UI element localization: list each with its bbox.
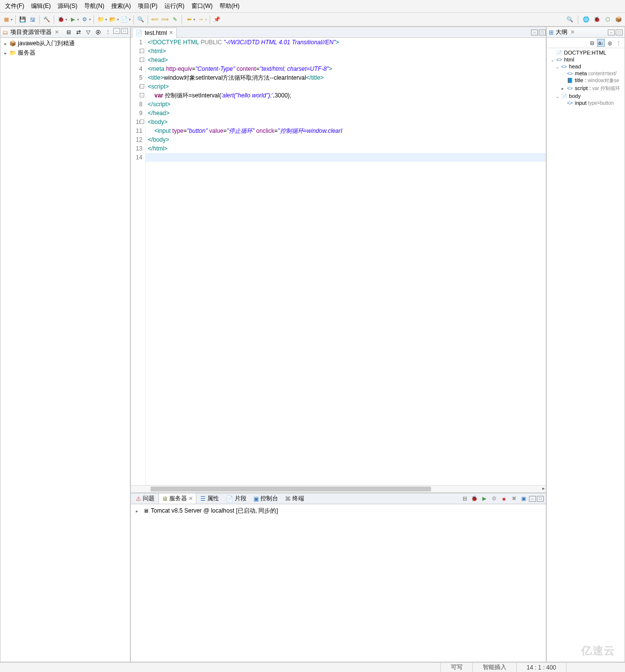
save-button[interactable]: 💾: [18, 15, 27, 24]
editor-tab-label: test.html: [145, 30, 167, 36]
menu-item[interactable]: 项目(P): [135, 1, 160, 11]
main-area: 🗂 项目资源管理器 ✕ ⊟ ⇄ ▽ ⦿ ⋮ – □ ▸📦 javaweb从入门到…: [0, 27, 625, 662]
perspective-java-icon[interactable]: ⬡: [603, 15, 612, 24]
link-editor-icon[interactable]: ⇄: [74, 28, 83, 37]
quick-access-button[interactable]: 🔍: [565, 15, 574, 24]
close-icon[interactable]: ✕: [570, 29, 575, 35]
outline-item[interactable]: ⌄<> head: [549, 63, 623, 70]
menubar: 文件(F)编辑(E)源码(S)导航(N)搜索(A)项目(P)运行(R)窗口(W)…: [0, 0, 625, 13]
search-button[interactable]: 🔍: [136, 15, 145, 24]
close-icon[interactable]: ✕: [55, 29, 59, 35]
minimize-icon[interactable]: –: [531, 30, 538, 35]
bottom-tab[interactable]: ⚠问题: [133, 493, 157, 504]
explorer-tree[interactable]: ▸📦 javaweb从入门到精通▸📁 服务器: [0, 38, 130, 662]
server-label: Tomcat v8.5 Server @ localhost [已启动, 同步的…: [151, 507, 278, 514]
toolbar-icon[interactable]: ▣: [519, 494, 528, 503]
minimize-icon[interactable]: –: [608, 30, 615, 35]
outline-item[interactable]: 📄 DOCTYPE:HTML: [549, 49, 623, 56]
perspective-jee-icon[interactable]: 🌐: [582, 15, 591, 24]
menu-icon[interactable]: ⋮: [103, 28, 112, 37]
menu-item[interactable]: 编辑(E): [28, 1, 54, 11]
collapse-all-icon[interactable]: ⊟: [588, 39, 596, 47]
focus-icon[interactable]: ⦿: [94, 28, 102, 37]
pin-button[interactable]: 📌: [213, 15, 221, 24]
minimize-icon[interactable]: –: [113, 28, 120, 34]
run-external-button[interactable]: ⚙: [80, 15, 89, 24]
collapse-all-icon[interactable]: ⊟: [64, 28, 73, 37]
statusbar: 可写 智能插入 14 : 1 : 400: [0, 662, 625, 672]
perspective-debug-icon[interactable]: 🐞: [593, 15, 601, 24]
perspective-resource-icon[interactable]: 📦: [614, 15, 623, 24]
new-file-button[interactable]: 📄: [120, 15, 129, 24]
menu-item[interactable]: 源码(S): [55, 1, 80, 11]
status-insert: 智能插入: [472, 663, 516, 672]
toolbar-icon[interactable]: ⊟: [460, 494, 469, 503]
maximize-icon[interactable]: □: [121, 28, 128, 34]
filter-icon[interactable]: ▽: [84, 28, 93, 37]
folder-icon: 🗂: [2, 29, 8, 36]
last-edit-button[interactable]: ✎: [170, 15, 179, 24]
outline-pane: ⊞ 大纲 ✕ – □ ⊟ a↓ ◎ ⋮ 📄 DOCTYPE:HTML⌄<> ht…: [546, 27, 625, 662]
maximize-icon[interactable]: □: [616, 30, 623, 35]
toolbar-icon[interactable]: –: [529, 496, 536, 502]
code-editor[interactable]: 12-3-456-7-8910-11121314 <!DOCTYPE HTML …: [131, 38, 546, 485]
nav-prev-button[interactable]: ⟸: [151, 15, 159, 24]
bottom-pane: ⚠问题🖥服务器✕☰属性📄片段▣控制台⌘终端⊟🐞▶⚙■✖▣–□ ▸ 🖥 Tomca…: [130, 493, 546, 662]
toolbar-icon[interactable]: 🐞: [470, 494, 479, 503]
menu-item[interactable]: 帮助(H): [217, 1, 243, 11]
menu-item[interactable]: 窗口(W): [188, 1, 216, 11]
outline-item[interactable]: ▸<> script : var 控制循环: [549, 85, 623, 92]
outline-item[interactable]: ⌄<> html: [549, 56, 623, 63]
bottom-tabs: ⚠问题🖥服务器✕☰属性📄片段▣控制台⌘终端⊟🐞▶⚙■✖▣–□: [131, 493, 546, 504]
main-toolbar: ▦▾ 💾 🖫 🔨 🐞▾ ▶▾ ⚙▾ 📁▾ 📂▾ 📄▾ 🔍 ⟸ ⟹ ✎ ⬅▾ ➡▾…: [0, 13, 625, 27]
outline-item[interactable]: ⌄📄 body: [549, 92, 623, 99]
save-all-button[interactable]: 🖫: [28, 15, 37, 24]
watermark: 亿速云: [581, 643, 615, 658]
outline-title: 大纲: [556, 28, 567, 36]
server-item[interactable]: ▸ 🖥 Tomcat v8.5 Server @ localhost [已启动,…: [134, 506, 543, 516]
toolbar-icon[interactable]: ■: [500, 494, 508, 503]
toolbar-icon[interactable]: ✖: [509, 494, 518, 503]
new-button[interactable]: ▦: [2, 15, 11, 24]
outline-item[interactable]: <> input type=button: [549, 99, 623, 106]
run-button[interactable]: ▶: [68, 15, 77, 24]
bottom-tab[interactable]: ⌘终端: [282, 493, 307, 504]
editor-scrollbar[interactable]: ▸: [131, 485, 546, 492]
back-button[interactable]: ⬅: [185, 15, 193, 24]
close-icon[interactable]: ✕: [169, 30, 173, 36]
hammer-icon[interactable]: 🔨: [42, 15, 51, 24]
tree-item[interactable]: ▸📁 服务器: [2, 48, 128, 58]
new-project-button[interactable]: 📂: [108, 15, 117, 24]
outline-tree[interactable]: 📄 DOCTYPE:HTML⌄<> html⌄<> head<> meta co…: [547, 48, 625, 662]
html-file-icon: 📄: [135, 30, 143, 36]
debug-button[interactable]: 🐞: [57, 15, 65, 24]
bottom-tab[interactable]: 📄片段: [223, 493, 250, 504]
menu-item[interactable]: 运行(R): [161, 1, 188, 11]
bottom-tab[interactable]: 🖥服务器✕: [158, 493, 196, 504]
editor-pane: 📄 test.html ✕ – □ 12-3-456-7-8910-111213…: [130, 27, 546, 493]
project-explorer-pane: 🗂 项目资源管理器 ✕ ⊟ ⇄ ▽ ⦿ ⋮ – □ ▸📦 javaweb从入门到…: [0, 27, 130, 662]
editor-tab[interactable]: 📄 test.html ✕: [132, 28, 177, 38]
toolbar-icon[interactable]: ▶: [480, 494, 489, 503]
status-writable: 可写: [440, 663, 472, 672]
bottom-tab[interactable]: ☰属性: [197, 493, 222, 504]
bottom-tab[interactable]: ▣控制台: [250, 493, 281, 504]
outline-item[interactable]: <> meta content=text/: [549, 70, 623, 77]
forward-button[interactable]: ➡: [196, 15, 205, 24]
menu-item[interactable]: 搜索(A): [108, 1, 134, 11]
menu-icon[interactable]: ⋮: [615, 39, 623, 47]
toolbar-icon[interactable]: ⚙: [490, 494, 499, 503]
new-server-button[interactable]: 📁: [96, 15, 105, 24]
menu-item[interactable]: 导航(N): [81, 1, 107, 11]
servers-view[interactable]: ▸ 🖥 Tomcat v8.5 Server @ localhost [已启动,…: [131, 504, 546, 662]
menu-item[interactable]: 文件(F): [2, 1, 27, 11]
sort-icon[interactable]: a↓: [597, 39, 605, 47]
hide-icon[interactable]: ◎: [606, 39, 614, 47]
tree-item[interactable]: ▸📦 javaweb从入门到精通: [2, 39, 128, 48]
toolbar-icon[interactable]: □: [537, 496, 544, 502]
nav-next-button[interactable]: ⟹: [160, 15, 169, 24]
explorer-title: 项目资源管理器: [10, 28, 52, 36]
outline-item[interactable]: 📘 title : window对象se: [549, 77, 623, 85]
close-icon[interactable]: ✕: [188, 495, 193, 502]
maximize-icon[interactable]: □: [539, 30, 546, 35]
